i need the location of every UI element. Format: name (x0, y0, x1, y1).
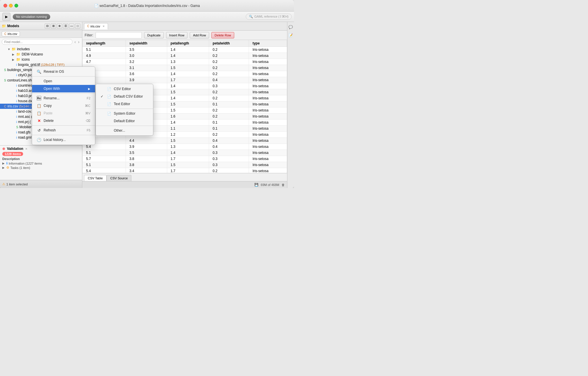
table-cell: Iris-setosa (249, 156, 287, 162)
insert-row-button[interactable]: Insert Row (166, 32, 188, 38)
filter-label: Filter: (85, 33, 93, 37)
gaml-search[interactable]: 🔍 GAML reference (⇧⌘H) (246, 14, 292, 20)
file-icon-bogota: i (16, 63, 17, 66)
delete-row-button[interactable]: Delete Row (211, 32, 234, 38)
expand-tasks: ▶ (2, 166, 5, 169)
submenu-default-csv-editor[interactable]: ✓ 📄 Default CSV Editor (96, 93, 153, 100)
table-cell: 3.5 (126, 150, 167, 156)
file-icon-buildings: S (4, 68, 6, 72)
table-row[interactable]: 4.63.11.50.2Iris-setosa (83, 65, 287, 71)
table-cell: Iris-setosa (249, 89, 287, 95)
table-row[interactable]: 5.74.41.50.4Iris-setosa (83, 138, 287, 144)
table-row[interactable]: 4.93.01.40.2Iris-setosa (83, 53, 287, 59)
col-header-sepallength[interactable]: sepallength (83, 40, 126, 47)
table-row[interactable]: 5.43.91.30.4Iris-setosa (83, 144, 287, 150)
maximize-button[interactable] (14, 4, 18, 8)
tree-item-icons[interactable]: ▶ 📁 icons (0, 57, 82, 62)
ctx-local-history[interactable]: 🕐 Local history... (32, 136, 95, 144)
add-row-button[interactable]: Add Row (190, 32, 209, 38)
table-row[interactable]: 5.73.81.70.3Iris-setosa (83, 156, 287, 162)
ctx-delete[interactable]: ✕ Delete ⌫ (32, 117, 95, 124)
table-cell: 4.7 (83, 59, 126, 65)
delete-icon: ✕ (37, 118, 41, 123)
copy-shortcut: ⌘C (85, 104, 90, 108)
minimize-icon[interactable]: — (69, 23, 74, 29)
table-row[interactable]: 5.43.41.70.2Iris-setosa (83, 168, 287, 173)
file-icon-hab10prj: i (16, 94, 17, 98)
submenu-text-editor[interactable]: 📄 Text Editor (96, 100, 153, 108)
col-header-petalwidth[interactable]: petalwidth (209, 40, 249, 47)
table-cell: 0.2 (209, 53, 249, 59)
table-cell: 0.2 (209, 168, 249, 173)
minimize-button[interactable] (9, 4, 13, 8)
submenu-default-editor[interactable]: Default Editor (96, 117, 153, 125)
csv-toolbar: Filter: Duplicate Insert Row Add Row Del… (82, 31, 287, 40)
table-cell: Iris-setosa (249, 77, 287, 83)
iris-csv-tab[interactable]: C iris.csv (2, 31, 20, 36)
csv-table-tab[interactable]: CSV Table (84, 175, 107, 181)
ctx-divider-4 (32, 135, 95, 135)
file-icon-mobilier: S (16, 125, 18, 129)
table-row[interactable]: 5.13.51.40.2Iris-setosa (83, 47, 287, 53)
submenu-csv-editor[interactable]: 📄 CSV Editor (96, 85, 153, 93)
table-cell: Iris-setosa (249, 65, 287, 71)
play-icon: ▶ (5, 15, 8, 19)
submenu-other[interactable]: Other... (96, 127, 153, 134)
memory-icon: 💾 (254, 183, 258, 187)
table-row[interactable]: 4.73.21.30.2Iris-setosa (83, 59, 287, 65)
table-cell: 0.3 (209, 156, 249, 162)
items-badge: 1228 items (2, 152, 23, 156)
ctx-copy[interactable]: 📋 Copy ⌘C (32, 102, 95, 109)
simulation-status: No simulation running (13, 14, 50, 20)
run-button[interactable]: ▶ (2, 13, 10, 21)
editor-tab-bar: C iris.csv ✕ (82, 22, 287, 31)
tree-item-includes[interactable]: ▼ 📁 includes (0, 46, 82, 52)
maximize-panel-icon[interactable]: □ (75, 23, 80, 29)
ctx-open-with[interactable]: Open With ▶ 📄 CSV Editor ✓ 📄 Default CSV… (32, 85, 95, 92)
close-button[interactable] (3, 4, 7, 8)
val-item-info[interactable]: ▶ ℹ Information (1227 items (2, 161, 80, 165)
col-header-type[interactable]: type (249, 40, 287, 47)
table-row[interactable]: 5.13.81.50.3Iris-setosa (83, 162, 287, 168)
title-bar: 📄 wsGamaRel_1.8 - Data/Data Importation/… (0, 0, 294, 12)
sidebar-note-icon[interactable]: 📝 (288, 32, 294, 38)
table-cell: 5.1 (83, 150, 126, 156)
table-row[interactable]: 5.13.51.40.3Iris-setosa (83, 150, 287, 156)
trash-icon[interactable]: 🗑 (282, 183, 285, 187)
duplicate-button[interactable]: Duplicate (144, 32, 164, 38)
csv-source-tab[interactable]: CSV Source (107, 175, 132, 181)
expand-icon[interactable]: ⊞ (51, 23, 56, 29)
file-icon-house: i (16, 99, 17, 103)
search-input[interactable] (2, 39, 72, 45)
forward-arrow[interactable]: › (77, 40, 80, 44)
table-cell: 1.7 (167, 168, 209, 173)
ctx-refresh[interactable]: ↺ Refresh F5 (32, 126, 95, 134)
table-cell: 0.4 (209, 144, 249, 150)
table-row[interactable]: 5.43.91.70.4Iris-setosa (83, 77, 287, 83)
table-cell: 1.5 (167, 138, 209, 144)
sidebar-chat-icon[interactable]: 💬 (288, 24, 294, 30)
submenu-system-editor[interactable]: 📄 System Editor (96, 110, 153, 117)
back-arrow[interactable]: ‹ (74, 40, 77, 44)
collapse-icon[interactable]: ⊟ (45, 23, 50, 29)
table-cell: 0.1 (209, 126, 249, 132)
filter-input[interactable] (96, 32, 142, 38)
link-icon[interactable]: ⊕ (57, 23, 62, 29)
ctx-open[interactable]: Open (32, 77, 95, 85)
tree-item-dem[interactable]: ▶ 📁 DEM-Vulcano (0, 52, 82, 57)
folder-icon-dem: 📁 (16, 52, 21, 56)
menu-icon[interactable]: ☰ (63, 23, 68, 29)
reveal-icon: 🔍 (37, 69, 41, 74)
table-cell: Iris-setosa (249, 107, 287, 113)
val-item-tasks[interactable]: ▶ ⚙ Tasks (1 item) (2, 165, 80, 170)
validation-close[interactable]: ✕ (25, 147, 27, 150)
table-cell: 0.4 (209, 77, 249, 83)
csv-editor-tab[interactable]: C iris.csv ✕ (84, 23, 108, 29)
table-cell: 3.0 (126, 53, 167, 59)
ctx-rename[interactable]: Re Rename... F2 (32, 94, 95, 102)
tab-close-icon[interactable]: ✕ (103, 25, 105, 28)
table-row[interactable]: 5.03.61.40.2Iris-setosa (83, 71, 287, 77)
col-header-petallength[interactable]: petallength (167, 40, 209, 47)
col-header-sepalwidth[interactable]: sepalwidth (126, 40, 167, 47)
ctx-reveal-os[interactable]: 🔍 Reveal in OS (32, 68, 95, 75)
